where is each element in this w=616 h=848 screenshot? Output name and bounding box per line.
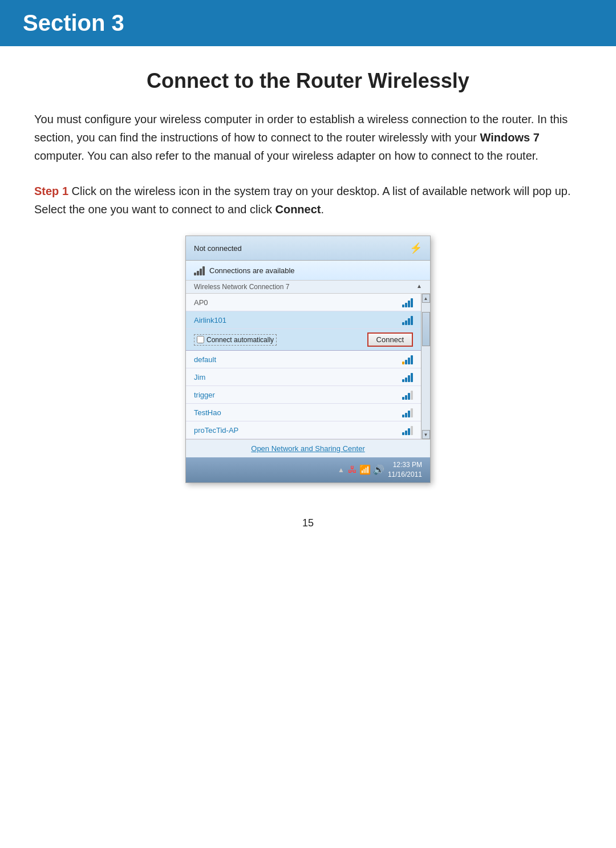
network-item-default[interactable]: default: [186, 351, 421, 368]
connect-bold: Connect: [275, 203, 321, 216]
not-connected-text: Not connected: [194, 244, 242, 253]
network-item-protectid[interactable]: proTecTid-AP: [186, 421, 421, 439]
taskbar-time: 12:33 PM 11/16/2011: [388, 460, 422, 480]
network-item-testhao[interactable]: TestHao: [186, 404, 421, 421]
windows7-bold: Windows 7: [480, 131, 540, 144]
page-title: Connect to the Router Wirelessly: [34, 69, 582, 93]
scroll-down-button[interactable]: ▼: [422, 430, 430, 439]
taskbar-date: 11/16/2011: [388, 470, 422, 480]
signal-trigger: [402, 389, 413, 400]
step1-paragraph: Step 1 Click on the wireless icon in the…: [34, 182, 582, 218]
step1-label: Step 1: [34, 185, 68, 197]
connections-available-text: Connections are available: [209, 266, 295, 275]
intro-paragraph: You must configure your wireless compute…: [34, 110, 582, 165]
network-list: AP0 Airlink101: [186, 294, 421, 439]
signal-bars-icon: [194, 265, 205, 275]
network-item-ap0[interactable]: AP0: [186, 294, 421, 311]
page-number: 15: [34, 506, 582, 546]
section-title: Section 3: [23, 10, 593, 36]
open-network-sharing-center-link[interactable]: Open Network and Sharing Center: [186, 439, 430, 457]
taskbar-icons: 🖧 📶 🔊: [348, 464, 384, 475]
intro-text-end: computer. You can also refer to the manu…: [34, 149, 538, 162]
connections-available-bar: Connections are available: [186, 261, 430, 281]
signal-default: [402, 354, 413, 364]
connect-auto-row: Connect automatically Connect: [186, 329, 421, 351]
taskbar-clock: 12:33 PM: [388, 460, 422, 470]
taskbar-arrow: ▲: [338, 466, 345, 474]
signal-jim: [402, 372, 413, 382]
wifi-icon: ⚡: [410, 242, 422, 254]
network-name-ap0: AP0: [194, 298, 208, 307]
taskbar-icon-wifi: 📶: [359, 464, 371, 475]
network-item-trigger[interactable]: trigger: [186, 386, 421, 404]
network-name-default: default: [194, 355, 216, 364]
connect-auto-label: Connect automatically: [194, 334, 277, 346]
taskbar: ▲ 🖧 📶 🔊 12:33 PM 11/16/2011: [186, 457, 430, 482]
signal-protectid: [402, 425, 413, 435]
network-list-area: AP0 Airlink101: [186, 294, 430, 439]
section-header: Section 3: [0, 0, 616, 46]
popup-wrapper: Not connected ⚡ Connections are availabl…: [34, 236, 582, 483]
signal-airlink101: [402, 315, 413, 325]
taskbar-icon-network-error: 🖧: [348, 465, 357, 475]
network-item-jim[interactable]: Jim: [186, 368, 421, 386]
network-name-airlink101: Airlink101: [194, 316, 226, 324]
scroll-thumb[interactable]: [422, 312, 430, 346]
step1-end: .: [321, 203, 324, 216]
connect-button[interactable]: Connect: [367, 332, 413, 347]
network-name-trigger: trigger: [194, 391, 215, 399]
scrollbar[interactable]: ▲ ▼: [421, 294, 430, 439]
wireless-section-label: Wireless Network Connection 7 ▲: [186, 281, 430, 294]
network-name-jim: Jim: [194, 373, 205, 382]
signal-ap0: [402, 297, 413, 307]
taskbar-icon-volume: 🔊: [373, 464, 384, 475]
popup-top-bar: Not connected ⚡: [186, 236, 430, 261]
scroll-up-button[interactable]: ▲: [422, 294, 430, 303]
network-popup: Not connected ⚡ Connections are availabl…: [185, 236, 431, 483]
connect-auto-checkbox[interactable]: [197, 336, 204, 343]
signal-testhao: [402, 407, 413, 417]
network-name-testhao: TestHao: [194, 408, 221, 417]
network-item-airlink101[interactable]: Airlink101: [186, 311, 421, 329]
network-name-protectid: proTecTid-AP: [194, 426, 238, 435]
